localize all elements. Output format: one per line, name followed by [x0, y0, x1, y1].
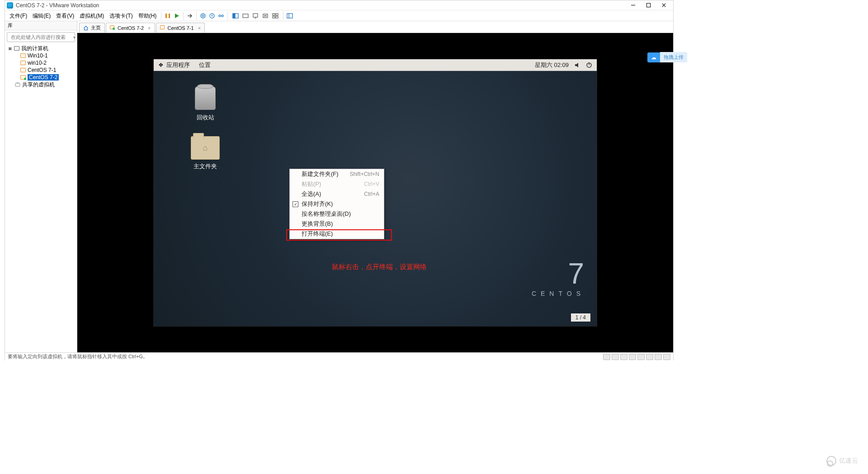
- tab-close-icon[interactable]: ×: [148, 25, 151, 31]
- ctx-open-terminal[interactable]: 打开终端(E): [290, 229, 384, 239]
- annotation-text: 鼠标右击，点开终端，设置网络: [332, 263, 427, 271]
- menubar: 文件(F) 编辑(E) 查看(V) 虚拟机(M) 选项卡(T) 帮助(H): [5, 10, 673, 21]
- svg-marker-3: [175, 14, 179, 18]
- menu-view[interactable]: 查看(V): [53, 11, 77, 21]
- snapshot-button[interactable]: [198, 11, 208, 20]
- snapshot-revert-button[interactable]: [208, 11, 217, 20]
- svg-rect-12: [253, 14, 258, 17]
- gnome-topbar: ❖ 应用程序 位置 星期六 02:09: [154, 59, 597, 71]
- minimize-button[interactable]: [625, 1, 641, 10]
- device-icon[interactable]: [637, 354, 645, 360]
- tab-label: CentOS 7-2: [118, 25, 144, 31]
- tab-centos-7-1[interactable]: CentOS 7-1 ×: [156, 23, 205, 33]
- device-icon[interactable]: [663, 354, 670, 360]
- menu-edit[interactable]: 编辑(E): [30, 11, 53, 21]
- menu-help[interactable]: 帮助(H): [136, 11, 160, 21]
- send-input-button[interactable]: [185, 11, 194, 20]
- ctx-select-all[interactable]: 全选(A)Ctrl+A: [290, 189, 384, 199]
- applications-menu[interactable]: 应用程序: [166, 61, 190, 69]
- trash-label: 回收站: [187, 114, 223, 122]
- device-icon[interactable]: [620, 354, 627, 360]
- clock[interactable]: 星期六 02:09: [535, 61, 569, 69]
- svg-rect-15: [276, 14, 278, 15]
- upload-badge[interactable]: ☁ 拖拽上传: [647, 52, 687, 62]
- home-label: 主文件夹: [185, 162, 225, 171]
- system-tray[interactable]: 星期六 02:09: [535, 61, 592, 69]
- pause-button[interactable]: [163, 11, 172, 20]
- watermark-icon: [826, 456, 836, 466]
- menu-file[interactable]: 文件(F): [7, 11, 30, 21]
- ctx-keep-aligned[interactable]: 保持对齐(K): [290, 199, 384, 209]
- status-text: 要将输入定向到该虚拟机，请将鼠标指针移入其中或按 Ctrl+G。: [8, 353, 148, 360]
- play-dropdown[interactable]: [172, 11, 181, 20]
- thumbnail-button[interactable]: [271, 11, 280, 20]
- tab-label: CentOS 7-1: [168, 25, 194, 31]
- svg-point-5: [202, 15, 204, 17]
- svg-rect-11: [243, 14, 248, 18]
- svg-rect-14: [273, 14, 275, 15]
- window-title: CentOS 7-2 - VMware Workstation: [16, 2, 99, 9]
- menu-vm[interactable]: 虚拟机(M): [77, 11, 107, 21]
- ctx-organize[interactable]: 按名称整理桌面(D): [290, 209, 384, 219]
- tab-home[interactable]: 主页: [79, 23, 105, 33]
- fullscreen-button[interactable]: [231, 11, 240, 20]
- device-icon[interactable]: [629, 354, 636, 360]
- tree-vm-centos-7-1[interactable]: CentOS 7-1: [5, 66, 77, 74]
- view-mode-group: [230, 11, 281, 21]
- separator: [283, 12, 283, 20]
- device-icon[interactable]: [646, 354, 653, 360]
- status-bar: 要将输入定向到该虚拟机，请将鼠标指针移入其中或按 Ctrl+G。: [5, 352, 673, 360]
- svg-point-7: [219, 15, 221, 17]
- power-icon[interactable]: [586, 62, 592, 68]
- device-icon[interactable]: [612, 354, 619, 360]
- search-input[interactable]: [11, 34, 73, 40]
- trash-icon[interactable]: 回收站: [187, 86, 223, 122]
- watermark: 亿速云: [826, 456, 858, 466]
- tab-centos-7-2[interactable]: CentOS 7-2 ×: [106, 23, 155, 33]
- tab-bar: 主页 CentOS 7-2 × CentOS 7-1 ×: [77, 21, 673, 33]
- ctx-change-bg[interactable]: 更换背景(B): [290, 219, 384, 229]
- unity-button[interactable]: [241, 11, 250, 20]
- svg-rect-10: [233, 14, 235, 18]
- tree-root-mycomputer[interactable]: ▣我的计算机: [5, 45, 77, 52]
- device-icon[interactable]: [603, 354, 610, 360]
- app-icon: □: [7, 2, 13, 9]
- maximize-button[interactable]: [641, 1, 656, 10]
- library-toggle-button[interactable]: [285, 11, 294, 20]
- library-tree: ▣我的计算机 Win10-1 win10-2 CentOS 7-1 CentOS…: [5, 44, 77, 352]
- tree-vm-win10-1[interactable]: Win10-1: [5, 52, 77, 59]
- chevron-down-icon[interactable]: ▾: [73, 35, 75, 40]
- menu-tabs[interactable]: 选项卡(T): [107, 11, 135, 21]
- statusbar-device-icons: [603, 354, 670, 360]
- tree-vm-win10-2[interactable]: win10-2: [5, 59, 77, 66]
- close-button[interactable]: [656, 1, 671, 10]
- device-icon[interactable]: [655, 354, 662, 360]
- tab-close-icon[interactable]: ×: [198, 25, 201, 31]
- ctx-new-folder[interactable]: 新建文件夹(F)Shift+Ctrl+N: [290, 169, 384, 179]
- tree-vm-centos-7-2[interactable]: CentOS 7-2: [5, 74, 77, 81]
- snapshot-manager-button[interactable]: [217, 11, 226, 20]
- cloud-icon: ☁: [647, 52, 660, 62]
- svg-rect-0: [646, 3, 650, 7]
- brand-version: 7: [532, 259, 585, 288]
- svg-rect-16: [273, 16, 275, 18]
- library-search[interactable]: ▾: [7, 32, 75, 42]
- separator: [227, 12, 228, 20]
- badge-label: 拖拽上传: [660, 52, 687, 62]
- svg-rect-17: [276, 16, 278, 18]
- svg-point-4: [201, 14, 205, 18]
- svg-rect-2: [169, 14, 170, 18]
- guest-desktop: ❖ 应用程序 位置 星期六 02:09 回收站: [154, 59, 597, 326]
- stretch-button[interactable]: [261, 11, 270, 20]
- volume-icon[interactable]: [574, 62, 580, 68]
- brand-name: CENTOS: [532, 290, 585, 297]
- home-folder-icon[interactable]: ⌂ 主文件夹: [185, 136, 225, 171]
- workspace-pager[interactable]: 1 / 4: [571, 313, 590, 322]
- console-button[interactable]: [251, 11, 260, 20]
- tree-shared-vms[interactable]: 共享的虚拟机: [5, 81, 77, 88]
- separator: [196, 12, 197, 20]
- places-menu[interactable]: 位置: [199, 61, 211, 69]
- desktop-context-menu: 新建文件夹(F)Shift+Ctrl+N 粘贴(P)Ctrl+V 全选(A)Ct…: [289, 169, 384, 239]
- library-header: 库: [5, 21, 77, 30]
- vm-canvas[interactable]: ❖ 应用程序 位置 星期六 02:09 回收站: [77, 33, 673, 352]
